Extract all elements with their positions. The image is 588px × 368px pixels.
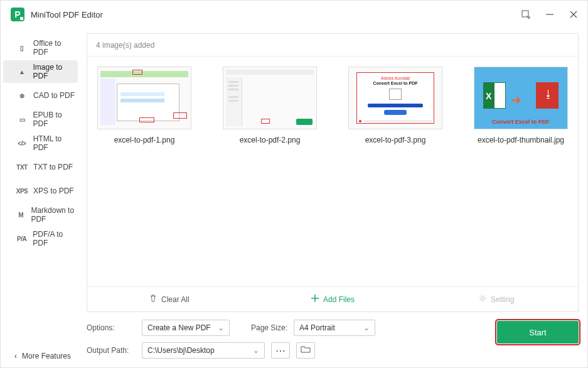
bottom-bar: Options: Create a New PDF ⌄ Page Size: A… — [87, 312, 579, 359]
options-select[interactable]: Create a New PDF ⌄ — [142, 320, 230, 336]
pagesize-select[interactable]: A4 Portrait ⌄ — [294, 320, 375, 336]
add-files-button[interactable]: Add Files — [251, 287, 415, 311]
pdfa-icon: P/A — [17, 235, 26, 242]
output-path-select[interactable]: C:\Users\bj\Desktop ⌄ — [142, 342, 265, 359]
titlebar: P MiniTool PDF Editor — [1, 1, 587, 28]
file-item[interactable]: excel-to-pdf-2.png — [216, 67, 323, 144]
more-features-button[interactable]: ‹ More Features — [1, 345, 80, 367]
sidebar-item-epub-to-pdf[interactable]: ▭EPUB to PDF — [3, 108, 78, 131]
bottom-options: Options: Create a New PDF ⌄ Page Size: A… — [87, 320, 497, 359]
more-features-label: More Features — [22, 352, 71, 360]
sidebar-item-label: Office to PDF — [33, 39, 78, 57]
titlebar-left: P MiniTool PDF Editor — [11, 8, 103, 21]
add-files-label: Add Files — [323, 295, 355, 304]
sidebar-item-image-to-pdf[interactable]: ▲Image to PDF — [3, 60, 78, 83]
sidebar-item-label: XPS to PDF — [33, 187, 74, 195]
window-controls — [520, 8, 580, 21]
minimize-button[interactable] — [543, 8, 556, 21]
office-icon: ▯ — [17, 44, 27, 51]
chevron-down-icon: ⌄ — [253, 346, 259, 355]
sidebar-item-label: EPUB to PDF — [33, 111, 78, 128]
folder-icon — [301, 345, 311, 356]
sidebar-item-label: HTML to PDF — [33, 134, 78, 152]
xps-icon: XPS — [17, 187, 27, 195]
file-item[interactable]: excel-to-pdf-1.png — [91, 67, 198, 144]
sidebar-item-cad-to-pdf[interactable]: ⊕CAD to PDF — [3, 84, 78, 107]
sidebar-item-label: PDF/A to PDF — [33, 230, 78, 247]
setting-label: Setting — [491, 295, 514, 304]
file-item[interactable]: X ➜ ⭳ Convert Excel to PDF excel-to-pdf-… — [468, 67, 574, 144]
window-extra-icon[interactable] — [520, 8, 532, 21]
sidebar: ▯Office to PDF ▲Image to PDF ⊕CAD to PDF… — [1, 28, 80, 367]
ellipsis-icon: ⋯ — [275, 345, 286, 357]
sidebar-item-label: Markdown to PDF — [31, 206, 78, 224]
sidebar-item-office-to-pdf[interactable]: ▯Office to PDF — [3, 36, 78, 59]
thumbnail-image: Adobe Acrobat Convert Excel to PDF — [348, 67, 442, 129]
panel-header: 4 image(s) added — [87, 34, 578, 57]
clear-all-label: Clear All — [161, 295, 190, 304]
thumbnail-image — [97, 67, 191, 129]
file-name: excel-to-pdf-2.png — [240, 136, 301, 144]
clear-all-button[interactable]: Clear All — [87, 287, 251, 311]
svg-rect-0 — [522, 11, 528, 17]
thumbnail-image — [223, 67, 317, 129]
trash-icon — [149, 294, 158, 305]
sidebar-item-xps-to-pdf[interactable]: XPSXPS to PDF — [3, 180, 78, 202]
app-title: MiniTool PDF Editor — [31, 10, 103, 19]
html-icon: </> — [17, 139, 27, 147]
epub-icon: ▭ — [17, 116, 27, 123]
options-value: Create a New PDF — [147, 323, 211, 332]
txt-icon: TXT — [17, 163, 27, 171]
file-panel: 4 image(s) added excel-to-pdf-1.png — [87, 33, 579, 312]
file-name: excel-to-pdf-1.png — [114, 136, 175, 144]
output-path-value: C:\Users\bj\Desktop — [147, 346, 215, 355]
sidebar-item-txt-to-pdf[interactable]: TXTTXT to PDF — [3, 156, 78, 178]
cad-icon: ⊕ — [17, 92, 27, 99]
file-name: excel-to-pdf-3.png — [365, 136, 426, 144]
sidebar-item-label: Image to PDF — [33, 63, 78, 80]
thumbnail-image: X ➜ ⭳ Convert Excel to PDF — [474, 67, 568, 129]
setting-button[interactable]: Setting — [414, 287, 578, 311]
sidebar-item-html-to-pdf[interactable]: </>HTML to PDF — [3, 132, 78, 154]
sidebar-item-markdown-to-pdf[interactable]: MMarkdown to PDF — [3, 203, 78, 226]
svg-point-6 — [481, 296, 484, 300]
pagesize-value: A4 Portrait — [299, 323, 335, 332]
thumbnail-grid: excel-to-pdf-1.png excel-to-pdf-2.png — [87, 57, 578, 286]
start-label: Start — [529, 328, 546, 337]
plus-icon — [311, 294, 319, 305]
sidebar-item-label: TXT to PDF — [33, 163, 73, 171]
content: 4 image(s) added excel-to-pdf-1.png — [80, 28, 587, 367]
close-button[interactable] — [567, 8, 580, 21]
sidebar-item-pdfa-to-pdf[interactable]: P/APDF/A to PDF — [3, 227, 78, 250]
image-icon: ▲ — [17, 68, 26, 75]
chevron-down-icon: ⌄ — [363, 323, 370, 332]
chevron-left-icon: ‹ — [14, 352, 17, 360]
sidebar-item-label: CAD to PDF — [33, 91, 75, 100]
start-button[interactable]: Start — [497, 321, 579, 344]
output-path-label: Output Path: — [87, 346, 136, 355]
file-item[interactable]: Adobe Acrobat Convert Excel to PDF excel… — [342, 67, 449, 144]
main: ▯Office to PDF ▲Image to PDF ⊕CAD to PDF… — [1, 28, 587, 367]
app-logo-icon: P — [11, 8, 24, 21]
gear-icon — [478, 294, 487, 305]
more-path-button[interactable]: ⋯ — [271, 342, 290, 359]
panel-toolbar: Clear All Add Files Setting — [87, 286, 578, 311]
markdown-icon: M — [17, 211, 24, 219]
chevron-down-icon: ⌄ — [218, 323, 224, 332]
pagesize-label: Page Size: — [251, 323, 287, 332]
open-folder-button[interactable] — [296, 342, 315, 359]
options-label: Options: — [87, 323, 136, 332]
file-name: excel-to-pdf-thumbnail.jpg — [478, 136, 564, 144]
